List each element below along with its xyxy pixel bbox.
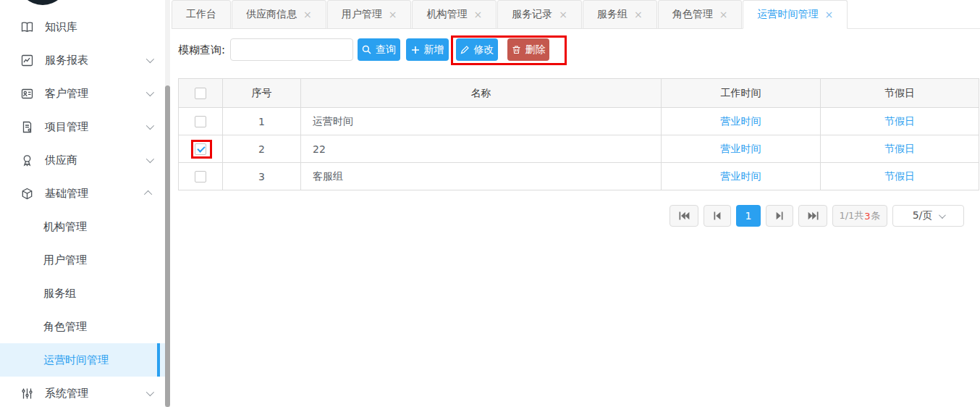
user-avatar[interactable]	[17, 0, 68, 5]
sidebar-item-customer-management[interactable]: 客户管理	[0, 77, 165, 110]
add-button-label: 新增	[424, 43, 444, 56]
work-time-link[interactable]: 营业时间	[721, 170, 761, 182]
table-header-row: 序号 名称 工作时间 节假日	[179, 79, 979, 108]
sidebar-item-label: 项目管理	[45, 120, 146, 134]
tab-service-record[interactable]: 服务记录 ×	[497, 0, 582, 29]
sidebar-subitem-org-management[interactable]: 机构管理	[0, 210, 165, 243]
fuzzy-search-label: 模糊查询:	[178, 38, 225, 62]
column-header-holiday: 节假日	[821, 79, 979, 108]
sidebar-item-label: 基础管理	[45, 187, 146, 201]
tab-label: 工作台	[186, 8, 216, 21]
sidebar-scrollbar-thumb[interactable]	[165, 85, 170, 407]
holiday-link[interactable]: 节假日	[884, 143, 915, 154]
tab-label: 服务记录	[512, 8, 552, 21]
previous-page-button[interactable]	[704, 205, 731, 227]
sidebar: 知识库 服务报表	[0, 0, 172, 407]
tab-service-group[interactable]: 服务组 ×	[583, 0, 657, 29]
chevron-down-icon	[146, 155, 154, 163]
add-button[interactable]: 新增	[406, 38, 449, 61]
table-row: 3 客服组 营业时间 节假日	[179, 163, 979, 190]
trash-icon	[512, 45, 521, 54]
work-time-link[interactable]: 营业时间	[721, 143, 761, 154]
current-page-button[interactable]: 1	[736, 205, 761, 227]
close-icon[interactable]: ×	[303, 9, 312, 20]
last-page-icon	[808, 211, 819, 220]
row-checkbox[interactable]	[195, 116, 206, 127]
tab-operating-time-management[interactable]: 运营时间管理 ×	[743, 0, 848, 29]
sidebar-subitem-operating-time-management[interactable]: 运营时间管理	[0, 343, 165, 377]
holiday-link[interactable]: 节假日	[884, 170, 915, 182]
close-icon[interactable]: ×	[719, 9, 728, 20]
next-page-icon	[776, 211, 783, 220]
first-page-button[interactable]	[669, 205, 698, 227]
sidebar-item-supplier[interactable]: 供应商	[0, 143, 165, 177]
sidebar-subitem-label: 角色管理	[43, 320, 87, 334]
pagination-total-count: 3	[864, 211, 870, 222]
plus-icon	[411, 46, 420, 54]
pagination-info-prefix: 1/1共	[839, 209, 863, 222]
sliders-icon	[20, 387, 34, 400]
close-icon[interactable]: ×	[389, 9, 397, 20]
query-button[interactable]: 查询	[358, 38, 400, 61]
tab-label: 角色管理	[672, 8, 713, 21]
close-icon[interactable]: ×	[559, 9, 567, 20]
chevron-down-icon	[146, 55, 154, 63]
select-all-checkbox[interactable]	[195, 88, 206, 99]
sidebar-item-label: 系统管理	[45, 387, 146, 400]
table-row: 1 运营时间 营业时间 节假日	[179, 108, 979, 135]
sidebar-item-service-report[interactable]: 服务报表	[0, 43, 165, 77]
sidebar-subitem-label: 服务组	[43, 287, 76, 301]
close-icon[interactable]: ×	[824, 9, 833, 20]
sidebar-subitem-role-management[interactable]: 角色管理	[0, 310, 165, 343]
active-item-indicator	[157, 343, 160, 377]
row-checkbox-checked[interactable]	[195, 143, 206, 155]
column-header-work-time: 工作时间	[662, 79, 821, 108]
operating-time-table: 序号 名称 工作时间 节假日 1 运营时间 营业时间 节假日 2 22 营业时间…	[178, 78, 979, 190]
pencil-icon	[460, 45, 470, 54]
row-name: 22	[301, 135, 662, 163]
sidebar-subitem-user-management[interactable]: 用户管理	[0, 243, 165, 277]
page-size-value: 5/页	[913, 209, 933, 222]
row-index: 1	[223, 108, 301, 135]
sidebar-subitem-service-group[interactable]: 服务组	[0, 277, 165, 310]
edit-button-label: 修改	[474, 43, 494, 56]
tab-label: 机构管理	[426, 8, 467, 21]
sidebar-item-label: 知识库	[45, 20, 152, 34]
edit-button[interactable]: 修改	[456, 38, 498, 61]
sidebar-item-label: 服务报表	[45, 54, 146, 67]
close-icon[interactable]: ×	[473, 9, 482, 20]
sidebar-item-basic-management[interactable]: 基础管理	[0, 177, 165, 210]
delete-button[interactable]: 删除	[507, 38, 549, 61]
chevron-down-icon	[146, 388, 154, 396]
tab-user-management[interactable]: 用户管理 ×	[327, 0, 412, 29]
pagination-info: 1/1共3条	[832, 205, 887, 227]
holiday-link[interactable]: 节假日	[884, 115, 915, 127]
sidebar-menu: 知识库 服务报表	[0, 10, 165, 407]
next-page-button[interactable]	[766, 205, 793, 227]
chevron-down-icon	[939, 211, 946, 219]
row-name: 客服组	[301, 163, 662, 190]
row-checkbox[interactable]	[195, 171, 206, 182]
work-time-link[interactable]: 营业时间	[721, 115, 761, 127]
close-icon[interactable]: ×	[634, 9, 643, 20]
sidebar-item-project-management[interactable]: 项目管理	[0, 110, 165, 143]
fuzzy-search-input[interactable]	[230, 38, 353, 61]
tab-label: 供应商信息	[246, 8, 297, 21]
tab-supplier-info[interactable]: 供应商信息 ×	[232, 0, 326, 29]
tab-org-management[interactable]: 机构管理 ×	[412, 0, 497, 29]
sidebar-item-system-management[interactable]: 系统管理	[0, 377, 165, 407]
project-doc-icon	[20, 120, 34, 134]
tab-workbench[interactable]: 工作台	[172, 0, 231, 29]
last-page-button[interactable]	[798, 205, 827, 227]
table-row-selected: 2 22 营业时间 节假日	[179, 135, 979, 163]
sidebar-item-label: 客户管理	[45, 87, 146, 101]
tab-role-management[interactable]: 角色管理 ×	[658, 0, 743, 29]
previous-page-icon	[714, 211, 721, 220]
tab-label: 用户管理	[342, 8, 382, 21]
column-header-name: 名称	[301, 79, 662, 108]
pagination: 1 1/1共3条 5/页	[669, 205, 964, 227]
sidebar-item-knowledge-base[interactable]: 知识库	[0, 10, 165, 43]
tab-bar: 工作台 供应商信息 × 用户管理 × 机构管理 × 服务记录 × 服务组 × 角…	[172, 0, 980, 29]
first-page-icon	[679, 211, 690, 220]
page-size-select[interactable]: 5/页	[892, 205, 964, 227]
